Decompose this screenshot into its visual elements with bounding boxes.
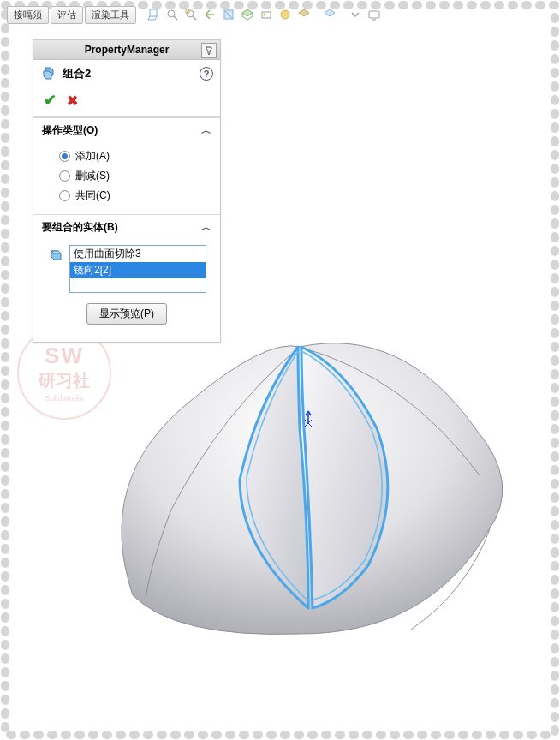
section-op-header[interactable]: 操作类型(O) ︿: [33, 118, 220, 143]
show-hide-icon[interactable]: [321, 6, 338, 23]
svg-point-3: [187, 10, 194, 17]
origin-triad-icon: [300, 408, 325, 433]
pm-ok-cancel-row: ✔ ✖: [33, 87, 220, 117]
radio-subtract[interactable]: 删减(S): [44, 166, 210, 186]
radio-icon: [59, 190, 70, 201]
top-toolbar: 接嗝须 评估 渲染工具: [7, 3, 553, 26]
svg-point-7: [264, 14, 266, 16]
solid-body-icon: [47, 247, 64, 264]
svg-point-8: [281, 10, 289, 19]
tab-evaluate[interactable]: 评估: [51, 6, 83, 24]
toolbar-dropdown-icon[interactable]: [347, 6, 364, 23]
feature-name: 组合2: [63, 66, 91, 81]
property-manager-panel: PropertyManager 组合2 ? ✔ ✖ 操作类型(O) ︿ 添加(A…: [33, 39, 221, 343]
radio-common-label: 共同(C): [75, 188, 110, 203]
zoom-area-icon[interactable]: [182, 6, 200, 23]
view-orientation-icon[interactable]: [145, 6, 162, 23]
previous-view-icon[interactable]: [201, 6, 218, 23]
chevron-up-icon: ︿: [201, 220, 211, 235]
section-operation-type: 操作类型(O) ︿ 添加(A) 删减(S) 共同(C): [33, 117, 220, 214]
apply-appearance-icon[interactable]: [277, 6, 294, 23]
ok-button[interactable]: ✔: [44, 91, 57, 110]
section-bodies-header[interactable]: 要组合的实体(B) ︿: [33, 215, 220, 240]
bodies-selection-list[interactable]: 使用曲面切除3 镜向2[2]: [69, 245, 206, 293]
edit-scene-icon[interactable]: [258, 6, 275, 23]
list-item[interactable]: 使用曲面切除3: [70, 246, 206, 262]
chevron-up-icon: ︿: [201, 123, 211, 138]
watermark-line3: SolidWorks: [45, 394, 83, 403]
zoom-fit-icon[interactable]: [164, 6, 181, 23]
cancel-button[interactable]: ✖: [67, 92, 78, 109]
radio-icon: [59, 151, 70, 162]
show-preview-button[interactable]: 显示预览(P): [86, 303, 167, 325]
radio-icon: [59, 170, 70, 182]
tab-render-tools[interactable]: 渲染工具: [85, 6, 136, 24]
section-bodies: 要组合的实体(B) ︿ 使用曲面切除3 镜向2[2] 显示预览(P): [33, 214, 220, 342]
help-icon[interactable]: ?: [200, 67, 213, 81]
edit-appearance-icon[interactable]: [295, 6, 313, 23]
section-view-icon[interactable]: [220, 6, 237, 23]
section-bodies-title: 要组合的实体(B): [42, 220, 118, 235]
display-icon[interactable]: [366, 6, 383, 23]
pm-title: PropertyManager: [85, 44, 170, 56]
display-style-icon[interactable]: [239, 6, 256, 23]
svg-point-2: [168, 10, 175, 17]
svg-rect-1: [150, 9, 157, 16]
section-op-title: 操作类型(O): [42, 123, 98, 138]
list-item[interactable]: 镜向2[2]: [70, 262, 206, 278]
pm-header: PropertyManager: [33, 40, 220, 60]
radio-subtract-label: 删减(S): [75, 169, 110, 183]
pin-icon[interactable]: [201, 43, 217, 58]
feature-title-row: 组合2 ?: [33, 60, 220, 87]
combine-feature-icon: [40, 65, 57, 82]
radio-add-label: 添加(A): [75, 149, 110, 164]
watermark-line2: 研习社: [39, 369, 90, 392]
watermark-line1: SW: [45, 343, 84, 369]
svg-rect-6: [262, 12, 271, 18]
tab-weldments[interactable]: 接嗝须: [7, 6, 49, 24]
svg-rect-9: [369, 11, 379, 18]
radio-add[interactable]: 添加(A): [44, 146, 210, 166]
list-item[interactable]: [70, 278, 206, 292]
radio-common[interactable]: 共同(C): [44, 186, 210, 206]
